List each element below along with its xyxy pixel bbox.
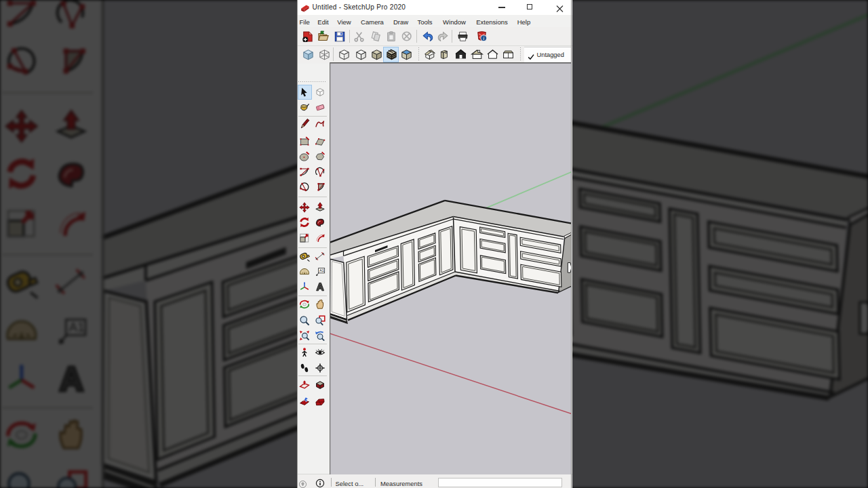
- svg-text:i: i: [483, 35, 484, 41]
- svg-text:A1: A1: [69, 319, 85, 333]
- svg-text:A1: A1: [319, 268, 324, 272]
